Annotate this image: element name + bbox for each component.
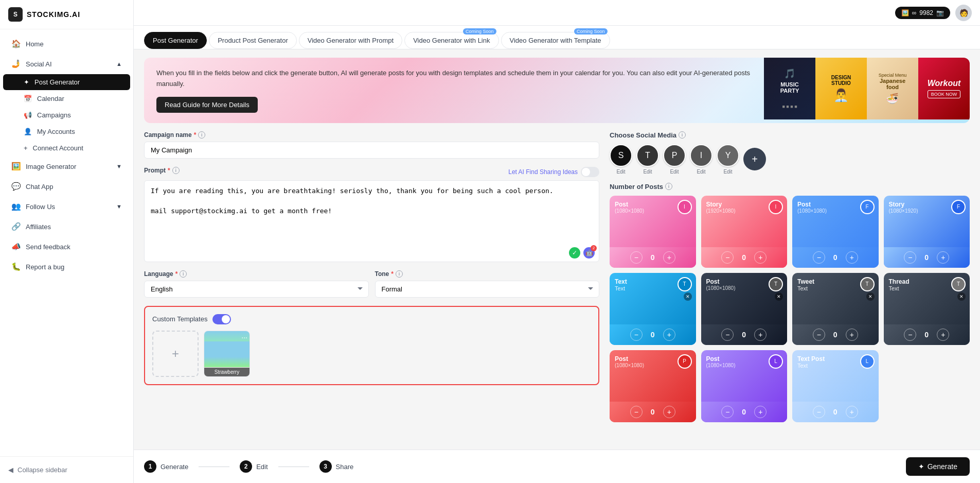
post-card-purple: Post (1080×1080) L − 0 + <box>701 350 788 422</box>
user-avatar[interactable]: 🧑 <box>955 5 972 21</box>
social-account-2[interactable]: T Edit <box>636 144 659 175</box>
sidebar-item-home[interactable]: 🏠 Home <box>3 34 130 54</box>
post-card-story2-decrement[interactable]: − <box>904 251 916 264</box>
tone-select[interactable]: Formal Casual Professional Friendly <box>375 281 600 298</box>
chevron-down-icon-2: ▼ <box>116 203 122 210</box>
post-card-1-decrement[interactable]: − <box>630 251 643 264</box>
post-card-thread-decrement[interactable]: − <box>904 329 916 341</box>
add-account-button[interactable]: + <box>743 148 766 170</box>
post-card-textpost-decrement[interactable]: − <box>813 406 825 418</box>
social-avatar-1: S <box>610 144 632 167</box>
collapse-sidebar-button[interactable]: ◀ Collapse sidebar <box>0 461 133 479</box>
sidebar-item-affiliates-label: Affiliates <box>26 223 51 231</box>
post-card-purple-decrement[interactable]: − <box>721 406 734 418</box>
posts-number-section: Number of Posts i Post (1080×1080) I <box>610 183 970 422</box>
sidebar-item-image-generator-label: Image Generator <box>26 163 76 170</box>
post-card-story2-increment[interactable]: + <box>937 251 949 264</box>
add-template-card[interactable]: + <box>152 331 199 377</box>
ai-find-ideas-toggle[interactable] <box>581 167 599 177</box>
credits-badge: 🖼️ ∞ 9982 📷 <box>895 7 950 19</box>
social-media-info-icon[interactable]: i <box>679 131 686 139</box>
post-card-story2-avatar: F <box>951 200 966 214</box>
content-area: Post Generator Product Post Generator Vi… <box>134 26 980 483</box>
tab-post-generator[interactable]: Post Generator <box>144 32 207 49</box>
sidebar-item-chat-app[interactable]: 💬 Chat App <box>3 177 130 196</box>
sidebar-item-affiliates[interactable]: 🔗 Affiliates <box>3 217 130 236</box>
post-card-1-controls: − 0 + <box>610 247 696 268</box>
post-card-story1-increment[interactable]: + <box>754 251 767 264</box>
post-card-story1-decrement[interactable]: − <box>721 251 734 264</box>
template-card-menu-icon[interactable]: ··· <box>241 333 247 341</box>
sidebar-item-image-generator[interactable]: 🖼️ Image Generator ▼ <box>3 157 130 176</box>
sidebar-item-connect-account[interactable]: + Connect Account <box>3 140 130 156</box>
post-card-thread-delete[interactable]: ✕ <box>957 292 966 301</box>
post-card-tweet-increment[interactable]: + <box>846 329 858 341</box>
post-card-red-decrement[interactable]: − <box>630 406 643 418</box>
social-account-1[interactable]: S Edit <box>610 144 632 175</box>
campaign-name-input[interactable] <box>144 142 599 159</box>
prompt-footer: ✓ 🤖 2 <box>145 244 599 262</box>
read-guide-button[interactable]: Read Guide for More Details <box>156 97 258 113</box>
custom-templates-toggle[interactable] <box>212 314 231 324</box>
prompt-green-icon[interactable]: ✓ <box>569 247 580 258</box>
post-card-text1-avatar: T <box>678 277 692 291</box>
step-2-label: Edit <box>256 463 268 471</box>
post-card-1-increment[interactable]: + <box>663 251 675 264</box>
social-account-3[interactable]: P Edit <box>663 144 686 175</box>
prompt-info-icon[interactable]: i <box>172 167 180 174</box>
sidebar-item-my-accounts[interactable]: 👤 My Accounts <box>3 124 130 140</box>
post-card-dark-delete[interactable]: ✕ <box>775 292 783 301</box>
tab-video-template[interactable]: Coming Soon Video Generator with Templat… <box>501 32 610 49</box>
report-bug-icon: 🐛 <box>11 262 21 271</box>
post-card-text1-controls: − 0 + <box>610 324 696 345</box>
sidebar-item-social-ai[interactable]: 🤳 Social AI ▲ <box>3 54 130 74</box>
chevron-down-icon: ▼ <box>116 163 122 169</box>
prompt-textarea[interactable]: If you are reading this, you are breatht… <box>145 181 599 243</box>
tab-video-link[interactable]: Coming Soon Video Generator with Link <box>404 32 498 49</box>
post-card-story1-avatar: I <box>769 200 783 214</box>
step-line-1 <box>199 467 229 467</box>
main-area: 🖼️ ∞ 9982 📷 🧑 Post Generator Product Pos… <box>134 0 980 483</box>
sidebar-item-send-feedback[interactable]: 📣 Send feedback <box>3 237 130 256</box>
step-3-number: 3 <box>319 460 332 473</box>
language-select[interactable]: English Spanish French German <box>144 281 369 298</box>
language-field: Language * i English Spanish French Germ… <box>144 270 369 298</box>
post-card-2-decrement[interactable]: − <box>813 251 825 264</box>
post-card-text1-decrement[interactable]: − <box>630 329 643 341</box>
sidebar-item-campaigns[interactable]: 📢 Campaigns <box>3 107 130 123</box>
template-card-strawberry[interactable]: ··· Strawberry <box>204 331 250 377</box>
posts-number-info-icon[interactable]: i <box>665 183 672 190</box>
language-info-icon[interactable]: i <box>180 270 187 278</box>
post-card-dark-inner: Post (1080×1080) T ✕ <box>701 273 788 324</box>
social-account-4[interactable]: I Edit <box>690 144 712 175</box>
social-media-section: Choose Social Media i S Edit T Edit <box>610 131 970 175</box>
post-card-tweet-decrement[interactable]: − <box>813 329 825 341</box>
generate-button[interactable]: ✦ Generate <box>906 457 970 476</box>
tab-video-prompt[interactable]: Video Generator with Prompt <box>299 32 402 49</box>
post-card-purple-increment[interactable]: + <box>754 406 767 418</box>
tab-product-post-generator[interactable]: Product Post Generator <box>209 32 297 49</box>
prompt-purple-icon[interactable]: 🤖 2 <box>583 247 595 258</box>
sidebar-item-post-generator[interactable]: ✦ Post Generator <box>3 74 130 90</box>
post-card-tweet-delete[interactable]: ✕ <box>866 292 875 301</box>
post-card-text1-increment[interactable]: + <box>663 329 675 341</box>
posts-grid: Post (1080×1080) I − 0 + <box>610 196 970 422</box>
post-card-textpost-increment[interactable]: + <box>846 406 858 418</box>
post-card-dark-increment[interactable]: + <box>754 329 767 341</box>
sidebar-item-follow-us[interactable]: 👥 Follow Us ▼ <box>3 197 130 216</box>
post-card-thread-inner: Thread Text T ✕ <box>884 273 970 324</box>
post-card-dark-decrement[interactable]: − <box>721 329 734 341</box>
campaign-name-info-icon[interactable]: i <box>198 131 205 139</box>
tab-post-generator-label: Post Generator <box>153 37 198 44</box>
post-generator-icon: ✦ <box>24 78 29 86</box>
post-card-thread-increment[interactable]: + <box>937 329 949 341</box>
sidebar-item-report-bug[interactable]: 🐛 Report a bug <box>3 257 130 277</box>
post-card-textpost-count: 0 <box>830 408 841 416</box>
tone-info-icon[interactable]: i <box>396 270 403 278</box>
social-account-5[interactable]: Y Edit <box>717 144 739 175</box>
post-card-2-increment[interactable]: + <box>846 251 858 264</box>
post-card-text1-delete[interactable]: ✕ <box>684 292 692 301</box>
post-card-textpost: Text Post Text L − 0 + <box>792 350 879 422</box>
sidebar-item-calendar[interactable]: 📅 Calendar <box>3 91 130 107</box>
post-card-red-increment[interactable]: + <box>663 406 675 418</box>
